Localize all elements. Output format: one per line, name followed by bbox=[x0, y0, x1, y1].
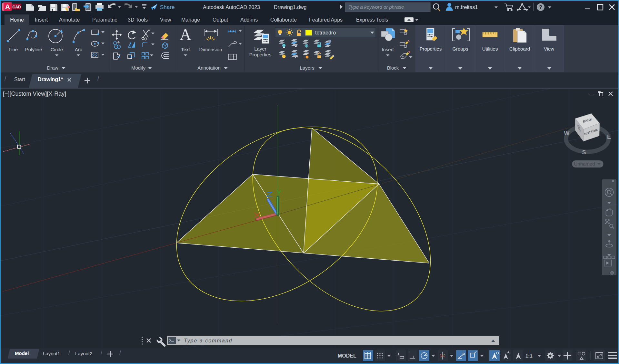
svg-text:m.freitas1: m.freitas1 bbox=[455, 5, 478, 10]
svg-text:Properties: Properties bbox=[249, 52, 271, 57]
svg-text:A: A bbox=[180, 25, 191, 43]
svg-text:Layers: Layers bbox=[300, 65, 314, 71]
svg-text:MODEL: MODEL bbox=[338, 353, 356, 359]
svg-text:Draw: Draw bbox=[47, 65, 58, 71]
svg-text:Share: Share bbox=[160, 4, 175, 10]
svg-text:View: View bbox=[544, 46, 554, 52]
svg-text:A: A bbox=[5, 3, 10, 11]
svg-text:Type a keyword or phrase: Type a keyword or phrase bbox=[348, 4, 404, 10]
svg-text:?: ? bbox=[539, 5, 542, 10]
svg-text:Insert: Insert bbox=[382, 47, 394, 52]
svg-text:Modify: Modify bbox=[131, 65, 146, 71]
svg-text:Properties: Properties bbox=[420, 46, 442, 52]
svg-text:Annotation: Annotation bbox=[197, 65, 221, 71]
svg-text:Dimension: Dimension bbox=[199, 47, 222, 52]
svg-text:Circle: Circle bbox=[51, 47, 63, 52]
svg-text:CAD: CAD bbox=[13, 5, 21, 9]
svg-text:Unnamed: Unnamed bbox=[574, 161, 595, 167]
svg-text:E: E bbox=[607, 134, 611, 140]
svg-text:1:1: 1:1 bbox=[525, 353, 533, 359]
svg-text:Groups: Groups bbox=[452, 46, 468, 52]
svg-text:Layer: Layer bbox=[254, 46, 266, 52]
svg-text:Clipboard: Clipboard bbox=[509, 46, 530, 52]
svg-text:Text: Text bbox=[181, 47, 190, 52]
svg-text:Arc: Arc bbox=[75, 47, 82, 52]
svg-text:Drawing1.dwg: Drawing1.dwg bbox=[274, 5, 306, 10]
svg-text:Type a command: Type a command bbox=[184, 338, 232, 343]
svg-text:Polyline: Polyline bbox=[25, 47, 42, 52]
svg-text:Autodesk AutoCAD 2023: Autodesk AutoCAD 2023 bbox=[203, 5, 260, 10]
svg-text:S: S bbox=[582, 149, 586, 156]
svg-text:tetraedro: tetraedro bbox=[315, 30, 336, 35]
svg-text:[−][Custom View][X-Ray]: [−][Custom View][X-Ray] bbox=[3, 91, 66, 97]
svg-text:Line: Line bbox=[9, 47, 18, 52]
svg-text:W: W bbox=[564, 130, 570, 137]
svg-text:Utilities: Utilities bbox=[482, 46, 498, 52]
svg-text:Block: Block bbox=[387, 65, 399, 71]
